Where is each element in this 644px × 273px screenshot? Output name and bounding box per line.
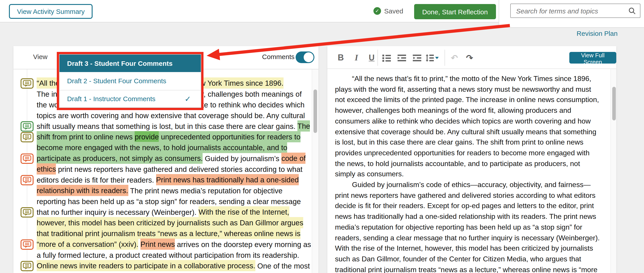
plain-text: that no further inquiry is necessary (We… — [37, 208, 198, 216]
highlighted-text[interactable]: The — [298, 120, 310, 132]
view-full-screen-button[interactable]: View Full Screen — [569, 52, 616, 64]
editor-line: the news, to hold journalists accountabl… — [335, 158, 580, 169]
editor-line: is lost, but in this case there are clea… — [335, 137, 584, 148]
line-spacing-icon[interactable] — [425, 52, 439, 64]
plain-text: shift usually means that something is lo… — [37, 122, 298, 130]
annotation-red-box: Draft 3 - Student Four CommentsDraft 2 -… — [57, 52, 204, 110]
bold-button[interactable]: B — [336, 52, 346, 64]
toolbar-divider — [378, 50, 378, 66]
italic-button[interactable]: I — [351, 52, 362, 64]
dropdown-item[interactable]: Draft 3 - Student Four Comments — [60, 55, 201, 72]
indent-icon[interactable] — [396, 52, 407, 64]
editor-line: consumers alike to rethink who decides w… — [335, 116, 591, 127]
editor-line: not exceed the limits of the printed pag… — [335, 95, 599, 105]
editor-line: simply as consumers. — [335, 169, 404, 180]
dropdown-item-label: Draft 3 - Student Four Comments — [67, 60, 173, 67]
draft-version-dropdown: Draft 3 - Student Four CommentsDraft 2 -… — [59, 54, 201, 108]
editor-line: such as Dan Gillmor, founder of the Cent… — [335, 254, 581, 264]
dropdown-item-label: Draft 1 - Instructor Comments — [67, 95, 156, 103]
editor-text[interactable]: “All the news that’s fit to print,” the … — [327, 69, 616, 273]
search-icon[interactable] — [628, 7, 636, 15]
highlighted-text[interactable]: that traditional print journalism treats… — [37, 228, 300, 239]
editor-scrollbar[interactable] — [610, 69, 616, 273]
editor-line: media’s reputation for objective reporti… — [335, 222, 582, 233]
revision-plan-link[interactable]: Revision Plan — [577, 30, 618, 37]
plain-text — [138, 240, 140, 248]
highlighted-text[interactable]: provide — [134, 131, 159, 142]
editor-line: readers, sending a clear message that no… — [335, 232, 600, 243]
editor-line: print news reporters have gathered and d… — [335, 190, 596, 201]
highlighted-text[interactable]: Print news — [140, 238, 175, 250]
scrollbar-thumb[interactable] — [612, 87, 616, 120]
plain-text: The print news media’s reputation for ob… — [128, 186, 282, 194]
draft-line: become more engaged with the news, to ho… — [37, 142, 287, 153]
editor-line: Guided by journalism’s code of ethics—ac… — [352, 179, 590, 190]
highlighted-text[interactable]: ethics — [37, 163, 56, 175]
plain-text: a fully formed lecture, a product create… — [37, 251, 299, 259]
outdent-icon[interactable] — [412, 52, 422, 64]
draft-line: that traditional print journalism treats… — [37, 228, 300, 239]
undo-icon[interactable]: ↶ — [449, 52, 460, 64]
editor-line: however, challenges both meanings of the… — [335, 105, 571, 116]
editor-line: With the rise of the Internet, however, … — [335, 243, 593, 254]
underline-button[interactable]: U — [366, 52, 377, 64]
highlighted-text[interactable]: participate as producers, not simply as … — [37, 153, 203, 164]
draft-line: however, this model has been criticized … — [37, 217, 303, 228]
done-start-reflection-button[interactable]: Done, Start Reflection — [414, 4, 496, 19]
draft-line: shift usually means that something is lo… — [37, 121, 310, 131]
highlighted-text[interactable]: code of — [281, 153, 306, 164]
editor-line: “All the news that’s fit to print,” the … — [352, 73, 591, 84]
draft-line: editors decide is fit for their readers.… — [37, 174, 299, 185]
highlighted-text[interactable]: shift from print to online news — [37, 131, 134, 142]
editor-toolbar: B I U — [327, 46, 616, 69]
line-spacing-caret-icon[interactable] — [435, 57, 438, 59]
highlighted-text[interactable]: unprecedented opportunities for readers … — [159, 131, 300, 142]
draft-editor-panel: B I U — [327, 46, 616, 273]
plain-text: Guided by journalism’s — [203, 154, 282, 162]
draft-line: that no further inquiry is necessary (We… — [37, 206, 289, 217]
highlighted-text[interactable]: Print news has traditionally had a one-s… — [156, 174, 299, 185]
highlighted-text[interactable]: “more of a conversation” (xxiv). — [37, 238, 138, 250]
draft-line: reporting has been held up as “a stop si… — [37, 196, 301, 206]
dropdown-item[interactable]: Draft 2 - Student Four Comments — [60, 72, 201, 90]
app-root: View Activity Summary ✓ Saved Done, Star… — [0, 0, 644, 273]
saved-check-icon: ✓ — [374, 7, 381, 15]
editor-line: provides unprecedented opportunities for… — [335, 148, 590, 158]
plain-text: reporting has been held up as “a stop si… — [37, 197, 301, 205]
saved-label: Saved — [384, 7, 403, 15]
draft-line: Online news invite readers to participat… — [37, 260, 310, 271]
highlighted-text[interactable]: relationship with its readers. — [37, 185, 128, 196]
highlighted-text[interactable]: become more engaged with the news, to ho… — [37, 142, 287, 153]
dropdown-item-label: Draft 2 - Student Four Comments — [67, 77, 166, 85]
plain-text: editors decide is fit for their readers. — [37, 176, 156, 184]
search-section — [499, 0, 644, 28]
left-panel-scrollbar[interactable] — [312, 69, 318, 273]
draft-line: relationship with its readers. The print… — [37, 185, 282, 196]
draft-line: a fully formed lecture, a product create… — [37, 249, 299, 260]
plain-text: print news reporters have gathered and d… — [56, 165, 302, 173]
scrollbar-thumb[interactable] — [314, 90, 317, 133]
plain-text: topics are worth covering and how extens… — [37, 111, 305, 119]
search-input[interactable] — [511, 7, 628, 15]
draft-line: participate as producers, not simply as … — [37, 153, 306, 164]
bullet-list-icon[interactable] — [381, 52, 392, 64]
redo-icon[interactable]: ↷ — [464, 52, 475, 64]
highlighted-text[interactable]: With the rise of the Internet, — [198, 206, 289, 217]
toolbar-divider — [444, 50, 445, 66]
draft-line: shift from print to online news provide … — [37, 131, 300, 142]
editor-line: plays with the word fit, asserting that … — [335, 84, 591, 95]
draft-line: ethics print news reporters have gathere… — [37, 164, 302, 174]
editor-line: traditional print journalism treats “new… — [335, 264, 598, 273]
highlighted-text[interactable]: however, this model has been criticized … — [37, 217, 303, 228]
search-box — [510, 4, 640, 18]
highlighted-text[interactable]: Online news invite readers to participat… — [37, 260, 255, 271]
view-activity-summary-button[interactable]: View Activity Summary — [9, 4, 93, 19]
draft-line: “more of a conversation” (xxiv). Print n… — [37, 239, 311, 249]
editor-line: news has traditionally had a one-sided r… — [335, 211, 596, 222]
plain-text: arrives on the doorstep every morning as — [175, 240, 311, 248]
editor-line: extensive that coverage should be. Any c… — [335, 126, 596, 137]
check-icon: ✓ — [185, 94, 191, 103]
dropdown-item[interactable]: Draft 1 - Instructor Comments✓ — [60, 90, 201, 107]
editor-line: decide is fit for their readers. Except … — [335, 201, 594, 211]
draft-line: topics are worth covering and how extens… — [37, 110, 305, 121]
